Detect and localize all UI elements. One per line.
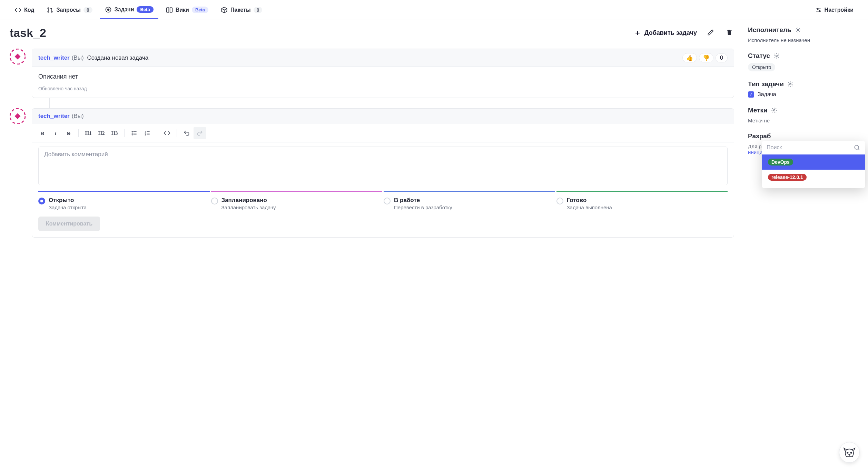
dropdown-item[interactable]: DevOps [762, 154, 865, 170]
plus-icon [634, 30, 641, 37]
sidebar: Исполнитель Исполнитель не назначен Стат… [748, 26, 858, 248]
comment-box: tech_writer (Вы) B I S H1 H2 H3 [32, 108, 734, 238]
thumbs-up-button[interactable]: 👍 [682, 53, 697, 62]
add-task-label: Добавить задачу [644, 29, 697, 37]
post-author[interactable]: tech_writer [38, 54, 70, 61]
pull-request-icon [47, 7, 53, 13]
h3-button[interactable]: H3 [108, 127, 121, 139]
delete-button[interactable] [724, 28, 734, 39]
strikethrough-button[interactable]: S [62, 127, 75, 139]
tab-code[interactable]: Код [10, 1, 39, 19]
dropdown-search-input[interactable] [767, 144, 851, 151]
packages-count-badge: 0 [254, 7, 263, 13]
comment-post: tech_writer (Вы) B I S H1 H2 H3 [10, 108, 734, 238]
status-option-subtitle: Задача выполнена [567, 204, 612, 210]
status-section: Статус Открыто [748, 52, 858, 71]
status-option-label: Готово [567, 197, 612, 204]
tab-wiki-label: Вики [176, 7, 189, 13]
tab-packages[interactable]: Пакеты 0 [216, 1, 267, 19]
edit-button[interactable] [706, 28, 716, 39]
title-row: task_2 Добавить задачу [10, 26, 734, 40]
status-option-label: В работе [394, 197, 452, 204]
status-option-subtitle: Перевести в разработку [394, 204, 452, 210]
post-box: tech_writer (Вы) Создана новая задача 👍 … [32, 49, 734, 98]
editor-toolbar: B I S H1 H2 H3 123 [32, 124, 734, 142]
dropdown-item[interactable]: release-12.0.1 [762, 170, 865, 185]
label-tag: DevOps [768, 159, 793, 166]
svg-point-27 [790, 83, 791, 85]
status-option[interactable]: В работеПеревести в разработку [384, 197, 555, 210]
tasks-beta-badge: Beta [137, 6, 153, 13]
bullet-list-button[interactable] [128, 127, 140, 139]
tab-requests-label: Запросы [56, 7, 80, 13]
svg-point-4 [107, 9, 109, 10]
post-header: tech_writer (Вы) Создана новая задача 👍 … [32, 49, 734, 67]
type-title: Тип задачи [748, 80, 784, 88]
svg-point-1 [48, 11, 49, 12]
top-nav: Код Запросы 0 Задачи Beta Вики Beta Паке… [0, 0, 868, 20]
bold-button[interactable]: B [36, 127, 49, 139]
redo-button [194, 127, 206, 139]
comment-author[interactable]: tech_writer [38, 113, 70, 120]
task-post: tech_writer (Вы) Создана новая задача 👍 … [10, 49, 734, 98]
post-you-label: (Вы) [72, 54, 84, 61]
tasks-icon [105, 6, 112, 13]
svg-rect-10 [15, 54, 21, 60]
add-task-button[interactable]: Добавить задачу [634, 29, 697, 37]
svg-rect-12 [15, 113, 21, 119]
bullet-list-icon [131, 130, 138, 137]
tab-settings[interactable]: Настройки [810, 2, 858, 18]
tab-packages-label: Пакеты [230, 7, 251, 13]
gear-icon[interactable] [787, 81, 793, 87]
h1-button[interactable]: H1 [82, 127, 95, 139]
status-option-label: Запланировано [221, 197, 276, 204]
tab-tasks-label: Задачи [115, 7, 134, 13]
comment-you-label: (Вы) [72, 113, 84, 120]
requests-count-badge: 0 [83, 7, 92, 13]
labels-section: Метки Метки не [748, 107, 858, 123]
undo-button[interactable] [180, 127, 193, 139]
status-option[interactable]: ЗапланированоЗапланировать задачу [211, 197, 383, 210]
radio-icon [211, 198, 218, 204]
tab-settings-label: Настройки [825, 7, 854, 13]
svg-point-2 [51, 11, 52, 12]
check-icon: ✓ [748, 91, 754, 98]
svg-point-18 [132, 134, 132, 135]
comment-input[interactable] [38, 147, 728, 185]
h2-button[interactable]: H2 [95, 127, 108, 139]
svg-text:3: 3 [145, 134, 146, 136]
reactions: 👍 👎 0 [682, 53, 728, 62]
status-bar [384, 191, 555, 192]
avatar [10, 49, 26, 64]
package-icon [221, 7, 228, 13]
status-option-subtitle: Задача открыта [49, 204, 87, 210]
status-chip: Открыто [748, 63, 775, 71]
gear-icon[interactable] [773, 53, 780, 59]
radio-icon [38, 198, 45, 204]
dropdown-search-row [762, 141, 865, 154]
tab-requests[interactable]: Запросы 0 [42, 1, 97, 19]
svg-point-6 [819, 10, 820, 11]
trash-icon [726, 29, 733, 36]
numbered-list-button[interactable]: 123 [141, 127, 154, 139]
assignee-title: Исполнитель [748, 26, 791, 34]
numbered-list-icon: 123 [144, 130, 151, 137]
status-option-subtitle: Запланировать задачу [221, 204, 276, 210]
status-option[interactable]: ОткрытоЗадача открыта [38, 197, 210, 210]
italic-button[interactable]: I [49, 127, 62, 139]
thumbs-down-button[interactable]: 👎 [699, 53, 713, 62]
gear-icon[interactable] [795, 27, 801, 33]
avatar [10, 108, 26, 124]
radio-icon [556, 198, 563, 204]
labels-title: Метки [748, 107, 768, 114]
status-option[interactable]: ГотовоЗадача выполнена [556, 197, 728, 210]
gear-icon[interactable] [771, 107, 777, 113]
code-button[interactable] [161, 127, 173, 139]
undo-icon [183, 130, 190, 137]
toolbar-separator [124, 129, 125, 137]
search-icon [854, 144, 860, 151]
status-title: Статус [748, 52, 770, 60]
tab-wiki[interactable]: Вики Beta [161, 1, 213, 19]
tab-tasks[interactable]: Задачи Beta [100, 1, 158, 19]
svg-point-26 [776, 55, 778, 57]
